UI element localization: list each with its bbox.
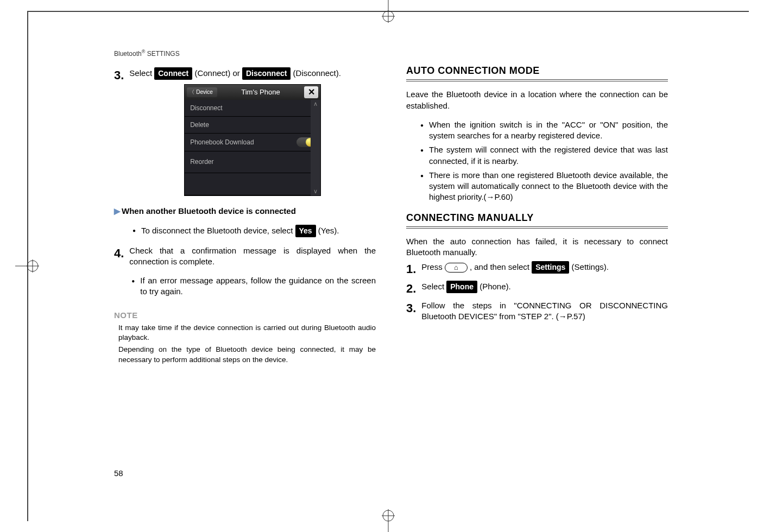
step-number: 2. bbox=[406, 281, 416, 297]
page-content: Bluetooth® SETTINGS 3. Select Connect (C… bbox=[114, 49, 695, 489]
list-item: To disconnect the Bluetooth device, sele… bbox=[141, 225, 376, 237]
back-button[interactable]: 〈 Device bbox=[187, 87, 217, 97]
screenshot-titlebar: 〈 Device Tim's Phone ✕ bbox=[185, 85, 320, 100]
connect-button-label: Connect bbox=[154, 67, 192, 80]
running-header-prefix: Bluetooth bbox=[114, 50, 142, 58]
text: (Settings). bbox=[572, 262, 609, 271]
register-mark-left bbox=[15, 255, 39, 277]
list-item: There is more than one registered Blueto… bbox=[429, 170, 668, 203]
text: (Connect) or bbox=[194, 68, 242, 78]
step-body: Press ⌂ , and then select Settings (Sett… bbox=[421, 261, 668, 277]
subheading-text: When another Bluetooth device is connect… bbox=[122, 206, 296, 216]
left-column: 3. Select Connect (Connect) or Disconnec… bbox=[114, 64, 376, 367]
step-number: 3. bbox=[114, 67, 124, 202]
step-number: 4. bbox=[114, 245, 124, 306]
paragraph: Leave the Bluetooth device in a location… bbox=[406, 89, 668, 111]
bullet-list: To disconnect the Bluetooth device, sele… bbox=[114, 225, 376, 237]
step-body: Check that a confirmation message is dis… bbox=[129, 245, 376, 306]
row-label: Reorder bbox=[190, 157, 213, 166]
text: Press bbox=[421, 262, 445, 271]
subheading-connected: ▶When another Bluetooth device is connec… bbox=[114, 206, 376, 217]
running-header-suffix: SETTINGS bbox=[145, 50, 179, 58]
row-empty bbox=[185, 173, 320, 195]
triangle-right-icon: ▶ bbox=[114, 206, 121, 216]
row-delete[interactable]: Delete bbox=[185, 117, 320, 134]
home-icon: ⌂ bbox=[454, 263, 458, 271]
scroll-down-icon: ∨ bbox=[313, 187, 318, 195]
chevron-left-icon: 〈 bbox=[189, 88, 194, 96]
row-label: Phonebook Download bbox=[190, 138, 254, 147]
list-item: If an error message appears, follow the … bbox=[140, 275, 376, 297]
close-icon: ✕ bbox=[308, 87, 315, 97]
step-3: 3. Select Connect (Connect) or Disconnec… bbox=[114, 67, 376, 202]
text: To disconnect the Bluetooth device, sele… bbox=[141, 226, 295, 235]
text: Select bbox=[129, 68, 154, 78]
close-button[interactable]: ✕ bbox=[304, 86, 318, 98]
step-2-manual: 2. Select Phone (Phone). bbox=[406, 281, 668, 297]
scroll-up-icon: ∧ bbox=[313, 100, 318, 108]
text: (Phone). bbox=[480, 282, 511, 291]
disconnect-button-label: Disconnect bbox=[242, 67, 291, 80]
text: (Disconnect). bbox=[293, 68, 341, 78]
device-screenshot: 〈 Device Tim's Phone ✕ Disconnec bbox=[184, 84, 321, 196]
section-title-manual: CONNECTING MANUALLY bbox=[406, 211, 668, 229]
phone-button-label: Phone bbox=[446, 281, 477, 293]
note-body: It may take time if the device connectio… bbox=[118, 323, 376, 365]
row-label: Disconnect bbox=[190, 104, 222, 112]
step-number: 3. bbox=[406, 300, 416, 322]
two-column-layout: 3. Select Connect (Connect) or Disconnec… bbox=[114, 64, 695, 367]
row-phonebook-download[interactable]: Phonebook Download bbox=[185, 134, 320, 151]
right-column: AUTO CONNECTION MODE Leave the Bluetooth… bbox=[406, 64, 668, 367]
back-label: Device bbox=[196, 88, 213, 96]
text: Select bbox=[421, 282, 446, 291]
text: , and then select bbox=[470, 262, 532, 271]
step-4: 4. Check that a confirmation message is … bbox=[114, 245, 376, 306]
text: Check that a confirmation message is dis… bbox=[129, 246, 376, 266]
page-number: 58 bbox=[114, 468, 123, 478]
row-reorder[interactable]: Reorder › bbox=[185, 151, 320, 173]
screenshot-title: Tim's Phone bbox=[217, 87, 304, 97]
step-body: Follow the steps in "CONNECTING OR DISCO… bbox=[421, 300, 668, 322]
screenshot-rows: Disconnect Delete Phonebook Download bbox=[185, 100, 320, 195]
text: (Yes). bbox=[318, 226, 339, 235]
step-body: Select Connect (Connect) or Disconnect (… bbox=[129, 67, 376, 202]
note-line: It may take time if the device connectio… bbox=[118, 323, 376, 343]
row-disconnect[interactable]: Disconnect bbox=[185, 100, 320, 117]
yes-button-label: Yes bbox=[295, 225, 316, 237]
scroll-indicator[interactable]: ∧ ∨ bbox=[311, 100, 320, 195]
settings-button-label: Settings bbox=[532, 261, 569, 274]
paragraph: When the auto connection has failed, it … bbox=[406, 236, 668, 258]
print-page: Bluetooth® SETTINGS 3. Select Connect (C… bbox=[27, 11, 749, 521]
home-button: ⌂ bbox=[445, 263, 468, 273]
bullet-list: If an error message appears, follow the … bbox=[129, 275, 376, 297]
step-3-manual: 3. Follow the steps in "CONNECTING OR DI… bbox=[406, 300, 668, 322]
section-title-auto: AUTO CONNECTION MODE bbox=[406, 64, 668, 81]
step-body: Select Phone (Phone). bbox=[421, 281, 668, 297]
list-item: When the ignition switch is in the "ACC"… bbox=[429, 119, 668, 142]
list-item: The system will connect with the registe… bbox=[429, 144, 668, 167]
step-number: 1. bbox=[406, 261, 416, 277]
note-heading: NOTE bbox=[114, 310, 376, 321]
step-1-manual: 1. Press ⌂ , and then select Settings (S… bbox=[406, 261, 668, 277]
row-label: Delete bbox=[190, 121, 209, 129]
note-line: Depending on the type of Bluetooth devic… bbox=[118, 345, 376, 364]
bullet-list: When the ignition switch is in the "ACC"… bbox=[406, 119, 668, 203]
running-header: Bluetooth® SETTINGS bbox=[114, 49, 695, 58]
register-mark-top bbox=[377, 0, 399, 23]
register-mark-bottom bbox=[377, 509, 399, 532]
